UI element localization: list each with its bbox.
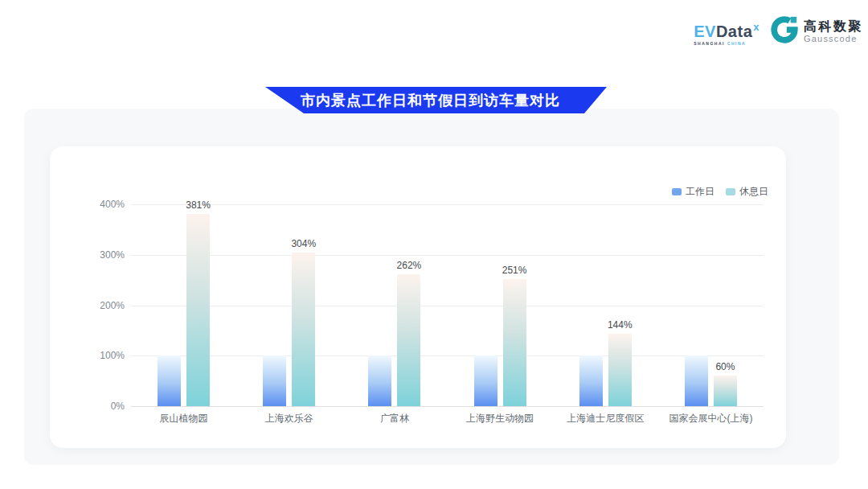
bar-value-label: 304% [278,238,330,249]
legend-swatch-icon [672,188,682,195]
y-axis-tick: 400% [83,199,125,210]
legend-item[interactable]: 休息日 [726,185,768,199]
page-title: 市内景点工作日和节假日到访车量对比 [301,91,560,110]
category-label: 上海迪士尼度假区 [553,413,658,424]
evdata-subtext: SHANGHAICHINA [694,41,760,46]
gausscode-cn-name: 高科数聚 [804,19,863,34]
bar-workday [158,355,181,406]
legend-label: 休息日 [739,185,768,199]
bar-restday [608,334,632,406]
gridline [131,355,764,356]
evdata-logo: EVDatax SHANGHAICHINA [694,19,760,46]
bar-restday [186,214,210,406]
bar-restday [503,279,526,406]
gausscode-en-name: Gausscode [804,34,863,44]
chart-legend: 工作日休息日 [672,185,768,199]
y-axis-tick: 0% [83,401,125,412]
evdata-x-icon: x [753,21,760,33]
header-logos: EVDatax SHANGHAICHINA 高科数聚 Gausscode [694,14,863,48]
category-label: 上海野生动物园 [448,413,553,424]
gausscode-g-icon [769,14,800,48]
bar-restday [397,274,420,406]
gridline [131,306,764,306]
gausscode-text: 高科数聚 Gausscode [804,19,863,44]
bar-value-label: 381% [173,199,224,211]
gausscode-logo: 高科数聚 Gausscode [769,14,863,48]
bar-restday [292,253,315,406]
bar-restday [714,376,737,406]
evdata-data-text: Data [716,23,752,40]
category-label: 国家会展中心(上海) [658,413,764,424]
bar-workday [474,355,497,406]
legend-item[interactable]: 工作日 [672,185,714,199]
bar-workday [263,355,286,406]
legend-label: 工作日 [686,185,714,199]
y-axis-tick: 300% [83,249,125,261]
bar-value-label: 251% [489,265,540,276]
category-label: 广富林 [342,413,447,424]
bar-value-label: 262% [383,260,435,271]
category-label: 辰山植物园 [131,413,236,424]
chart-card: 工作日休息日 0%100%200%300%400%381%辰山植物园304%上海… [50,146,786,448]
bar-workday [368,355,391,406]
gridline [131,255,764,256]
evdata-ev-text: EV [694,23,716,40]
bar-value-label: 60% [699,361,751,372]
y-axis-tick: 200% [83,300,125,311]
gridline [131,406,764,407]
bar-value-label: 144% [594,319,645,331]
y-axis-tick: 100% [83,350,125,361]
category-label: 上海欢乐谷 [236,413,342,424]
chart-panel: 工作日休息日 0%100%200%300%400%381%辰山植物园304%上海… [24,109,839,465]
bar-workday [579,355,603,406]
gridline [131,204,764,205]
legend-swatch-icon [726,188,735,195]
title-banner: 市内景点工作日和节假日到访车量对比 [265,87,607,113]
evdata-wordmark: EVDatax [694,19,760,39]
